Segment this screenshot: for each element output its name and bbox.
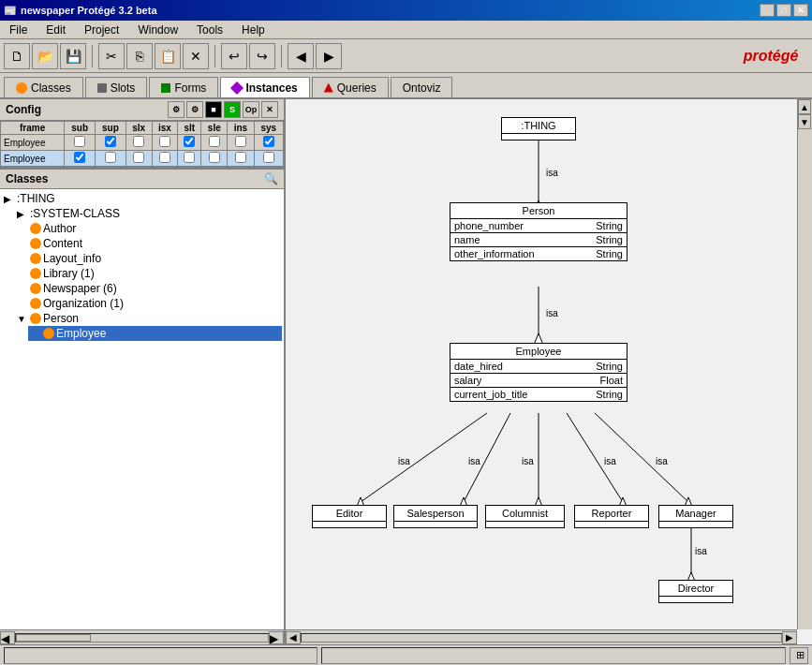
scroll-down-arrow[interactable]: ▼	[798, 114, 811, 129]
title-bar-controls[interactable]: _ □ ✕	[760, 4, 808, 17]
tree-item-system-class[interactable]: ▶ :SYSTEM-CLASS	[15, 206, 282, 221]
col-slt: slt	[178, 122, 201, 135]
config-tool-op[interactable]: Op	[243, 101, 259, 118]
save-button[interactable]: 💾	[60, 43, 86, 69]
menu-window[interactable]: Window	[132, 22, 184, 38]
uml-box-manager[interactable]: Manager	[658, 505, 733, 528]
tab-slots[interactable]: Slots	[85, 77, 148, 97]
tree-item-library[interactable]: Library (1)	[15, 266, 282, 281]
config-row1-sub[interactable]	[65, 135, 96, 151]
config-table-container: frame sub sup slx isx slt sle ins sys Em…	[0, 121, 284, 168]
config-row1-sys[interactable]	[254, 135, 283, 151]
tree-item-layout[interactable]: Layout_info	[15, 251, 282, 266]
redo-button[interactable]: ↪	[249, 43, 275, 69]
classes-tree[interactable]: ▶ :THING ▶ :SYSTEM-CLASS Author Content	[0, 189, 284, 629]
paste-button[interactable]: 📋	[155, 43, 181, 69]
person-icon	[30, 313, 41, 324]
menu-help[interactable]: Help	[236, 22, 271, 38]
config-row2-sup[interactable]	[96, 151, 126, 167]
author-icon	[30, 223, 41, 234]
uml-box-salesperson[interactable]: Salesperson	[393, 505, 478, 528]
config-row1-isx[interactable]	[152, 135, 178, 151]
cut-button[interactable]: ✂	[98, 43, 125, 69]
col-sub: sub	[65, 122, 96, 135]
config-row2-isx[interactable]	[152, 151, 178, 167]
col-sys: sys	[254, 122, 283, 135]
uml-box-thing[interactable]: :THING	[501, 117, 576, 140]
scroll-left-arrow-diag[interactable]: ◀	[286, 631, 301, 644]
scroll-thumb-h[interactable]	[16, 634, 91, 642]
organization-icon	[30, 298, 41, 309]
undo-button[interactable]: ↩	[221, 43, 247, 69]
app-icon: 📰	[4, 5, 17, 17]
employee-icon	[43, 328, 54, 339]
config-row2-sub[interactable]	[65, 151, 96, 167]
copy-button[interactable]: ⎘	[126, 43, 153, 69]
back-button[interactable]: ◀	[288, 43, 314, 69]
search-icon[interactable]: 🔍	[264, 172, 278, 185]
tab-instances[interactable]: Instances	[220, 77, 309, 97]
config-row1-slx[interactable]	[125, 135, 152, 151]
scroll-htrack[interactable]	[301, 633, 782, 643]
tree-arrow-library	[17, 269, 28, 279]
queries-tab-icon	[324, 83, 333, 93]
forms-tab-icon	[161, 83, 170, 93]
config-row1-sup[interactable]	[96, 135, 126, 151]
scrollbar-horizontal[interactable]: ◀ ▶	[286, 629, 797, 644]
uml-box-editor[interactable]: Editor	[312, 505, 387, 528]
tree-arrow-thing: ▶	[4, 194, 15, 204]
uml-box-columnist[interactable]: Columnist	[485, 505, 565, 528]
menu-project[interactable]: Project	[79, 22, 125, 38]
config-row2-sys[interactable]	[254, 151, 283, 167]
config-row2-sle[interactable]	[201, 151, 228, 167]
config-tool-1[interactable]: ⚙	[168, 101, 185, 118]
scroll-left-arrow[interactable]: ◀	[0, 631, 15, 644]
uml-box-person[interactable]: Person phone_number String name String o…	[450, 202, 627, 261]
maximize-button[interactable]: □	[776, 4, 791, 17]
config-row2-slx[interactable]	[125, 151, 152, 167]
left-scrollbar-h[interactable]: ◀ ▶	[0, 629, 284, 644]
tree-item-newspaper[interactable]: Newspaper (6)	[15, 281, 282, 296]
uml-box-director[interactable]: Director	[658, 580, 733, 603]
scroll-track-h[interactable]	[15, 633, 269, 643]
menu-tools[interactable]: Tools	[191, 22, 229, 38]
scrollbar-vertical[interactable]: ▲ ▼	[797, 99, 812, 629]
tree-item-thing[interactable]: ▶ :THING	[2, 191, 282, 206]
scroll-up-arrow[interactable]: ▲	[798, 99, 811, 114]
minimize-button[interactable]: _	[760, 4, 775, 17]
config-tool-3[interactable]: ■	[205, 101, 222, 118]
config-row1-slt[interactable]	[178, 135, 201, 151]
tree-item-employee[interactable]: Employee	[28, 326, 282, 341]
tree-item-author[interactable]: Author	[15, 221, 282, 236]
scroll-right-arrow-diag[interactable]: ▶	[782, 631, 797, 644]
forward-button[interactable]: ▶	[316, 43, 342, 69]
config-row1-sle[interactable]	[201, 135, 228, 151]
scroll-right-arrow[interactable]: ▶	[269, 631, 284, 644]
uml-row-salary: salary Float	[450, 374, 627, 388]
tab-classes[interactable]: Classes	[4, 77, 83, 97]
tab-slots-label: Slots	[111, 81, 136, 95]
config-tool-x[interactable]: ✕	[261, 101, 278, 118]
delete-button[interactable]: ✕	[183, 43, 209, 69]
config-row2-ins[interactable]	[228, 151, 254, 167]
close-button[interactable]: ✕	[793, 4, 808, 17]
status-resize-grip[interactable]: ⊞	[790, 647, 808, 664]
tab-forms[interactable]: Forms	[149, 77, 218, 97]
tree-item-person[interactable]: ▼ Person	[15, 311, 282, 326]
config-tool-s[interactable]: S	[224, 101, 241, 118]
tab-queries[interactable]: Queries	[312, 77, 389, 97]
uml-box-employee[interactable]: Employee date_hired String salary Float …	[450, 343, 627, 402]
tab-ontoviz[interactable]: Ontoviz	[391, 77, 453, 97]
open-button[interactable]: 📂	[32, 43, 58, 69]
new-button[interactable]: 🗋	[4, 43, 30, 69]
uml-box-reporter[interactable]: Reporter	[574, 505, 649, 528]
menu-file[interactable]: File	[4, 22, 33, 38]
tree-item-content[interactable]: Content	[15, 236, 282, 251]
uml-field-salary: salary	[454, 375, 597, 386]
col-frame: frame	[1, 122, 65, 135]
config-row1-ins[interactable]	[228, 135, 254, 151]
menu-edit[interactable]: Edit	[40, 22, 71, 38]
config-row2-slt[interactable]	[178, 151, 201, 167]
tree-item-organization[interactable]: Organization (1)	[15, 296, 282, 311]
config-tool-2[interactable]: ⚙	[186, 101, 203, 118]
